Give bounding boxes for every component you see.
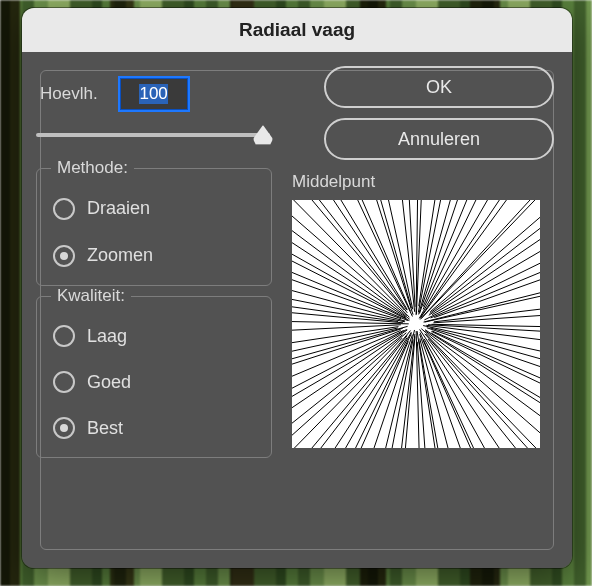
svg-line-53 xyxy=(292,280,401,319)
svg-line-8 xyxy=(431,333,540,397)
quality-option-good[interactable]: Goed xyxy=(53,371,263,393)
radio-icon xyxy=(53,198,75,220)
svg-line-91 xyxy=(434,280,540,318)
svg-line-42 xyxy=(292,330,401,376)
method-legend: Methode: xyxy=(51,158,134,178)
radial-blur-dialog: Radiaal vaag Hoevlh. OK Annuleren Method… xyxy=(22,8,572,568)
svg-line-79 xyxy=(423,200,476,309)
svg-line-15 xyxy=(420,329,500,448)
svg-line-21 xyxy=(419,340,438,448)
amount-row: Hoevlh. xyxy=(40,76,270,112)
blur-center-preview[interactable] xyxy=(292,200,540,448)
method-option-label: Draaien xyxy=(87,198,150,219)
dialog-body: Hoevlh. OK Annuleren Methode: DraaienZoo… xyxy=(22,52,572,568)
radio-icon xyxy=(53,417,75,439)
svg-line-9 xyxy=(425,330,540,403)
center-label: Middelpunt xyxy=(292,172,375,192)
ok-button[interactable]: OK xyxy=(324,66,554,108)
radio-icon xyxy=(53,371,75,393)
svg-line-40 xyxy=(292,329,407,396)
svg-line-64 xyxy=(341,200,407,310)
quality-option-label: Best xyxy=(87,418,123,439)
svg-line-80 xyxy=(419,200,487,318)
svg-line-55 xyxy=(292,261,409,321)
quality-option-low[interactable]: Laag xyxy=(53,325,263,347)
amount-slider[interactable] xyxy=(36,124,270,146)
svg-line-54 xyxy=(292,272,408,320)
amount-input[interactable] xyxy=(118,76,190,112)
svg-line-47 xyxy=(292,325,401,330)
svg-line-10 xyxy=(425,331,540,416)
svg-line-61 xyxy=(312,200,404,310)
svg-line-30 xyxy=(361,341,408,448)
quality-group: Kwaliteit: LaagGoedBest xyxy=(36,296,272,458)
dialog-title: Radiaal vaag xyxy=(239,19,355,41)
svg-line-12 xyxy=(426,334,536,448)
quality-option-label: Laag xyxy=(87,326,127,347)
quality-legend: Kwaliteit: xyxy=(51,286,131,306)
amount-label: Hoevlh. xyxy=(40,84,98,104)
radio-icon xyxy=(53,245,75,267)
quality-option-label: Goed xyxy=(87,372,131,393)
cancel-button[interactable]: Annuleren xyxy=(324,118,554,160)
radio-icon xyxy=(53,325,75,347)
quality-option-best[interactable]: Best xyxy=(53,417,263,439)
slider-track xyxy=(36,133,270,137)
method-group: Methode: DraaienZoomen xyxy=(36,168,272,286)
method-option-zoom[interactable]: Zoomen xyxy=(53,245,263,267)
svg-line-43 xyxy=(292,328,403,364)
svg-line-11 xyxy=(421,329,540,433)
dialog-titlebar: Radiaal vaag xyxy=(22,8,572,52)
method-option-label: Zoomen xyxy=(87,245,153,266)
svg-line-88 xyxy=(432,251,540,314)
method-option-spin[interactable]: Draaien xyxy=(53,198,263,220)
svg-line-45 xyxy=(292,328,398,351)
